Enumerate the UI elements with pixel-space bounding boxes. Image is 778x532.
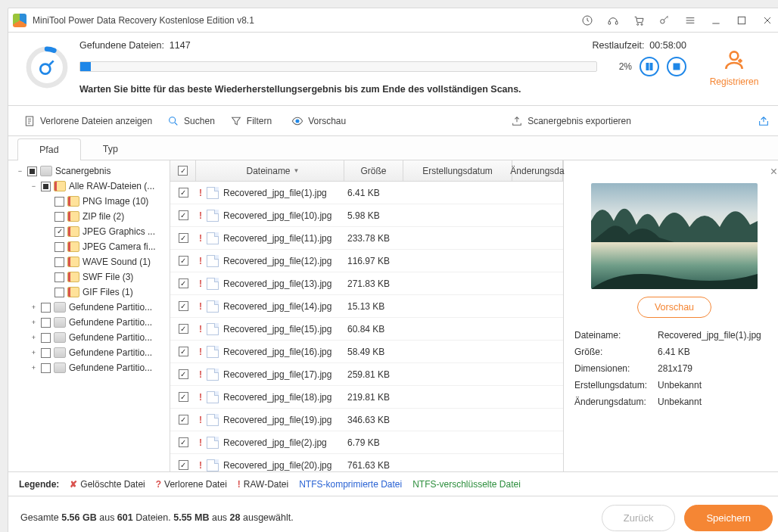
expand-toggle-icon[interactable]: + (30, 349, 38, 357)
close-preview-button[interactable]: × (770, 165, 777, 179)
tree-checkbox[interactable] (54, 212, 64, 222)
column-header-name[interactable]: Dateiname▼ (196, 160, 344, 181)
table-row[interactable]: !Recovered_jpg_file(19).jpg346.63 KB (170, 409, 563, 431)
tree-item[interactable]: +GIF Files (1) (8, 285, 170, 300)
file-size: 6.79 KB (347, 437, 380, 448)
minimize-button[interactable] (703, 8, 729, 33)
tree-item[interactable]: −Alle RAW-Dateien (... (8, 179, 170, 194)
file-size: 5.98 KB (347, 210, 380, 221)
tree-item[interactable]: +Gefundene Partitio... (8, 360, 170, 375)
remaining-label: Restlaufzeit: (593, 40, 645, 51)
expand-toggle-icon[interactable]: − (16, 167, 24, 176)
row-checkbox[interactable] (179, 415, 188, 425)
tree-item[interactable]: −Scanergebnis (8, 163, 170, 179)
tree-checkbox[interactable] (41, 182, 51, 191)
tree-item[interactable]: +SWF File (3) (8, 269, 170, 285)
tab-type[interactable]: Typ (81, 138, 140, 160)
tree-item[interactable]: +Gefundene Partitio... (8, 315, 170, 330)
column-header-modified[interactable]: Änderungsda (512, 160, 563, 181)
table-row[interactable]: !Recovered_jpg_file(18).jpg219.81 KB (170, 386, 563, 409)
export-result-button[interactable]: Scanergebnis exportieren (505, 111, 637, 131)
tree-item[interactable]: +JPEG Graphics ... (8, 224, 170, 239)
titlebar-cart-icon[interactable] (626, 8, 652, 33)
titlebar-update-icon[interactable] (574, 8, 600, 33)
tree-item[interactable]: +Gefundene Partitio... (8, 330, 170, 345)
tree-checkbox[interactable] (41, 303, 51, 313)
tree-checkbox[interactable] (54, 257, 64, 267)
tree-item[interactable]: +Gefundene Partitio... (8, 300, 170, 315)
row-checkbox[interactable] (179, 210, 188, 220)
tree-checkbox[interactable] (41, 363, 51, 373)
column-header-created[interactable]: Erstellungsdatum (403, 160, 512, 181)
row-checkbox[interactable] (179, 256, 188, 266)
table-row[interactable]: !Recovered_jpg_file(11).jpg233.78 KB (170, 227, 563, 250)
pause-scan-button[interactable] (640, 57, 659, 76)
tree-item[interactable]: +JPEG Camera fi... (8, 239, 170, 254)
open-preview-button[interactable]: Vorschau (637, 297, 711, 318)
show-lost-files-button[interactable]: Verlorene Dateien anzeigen (17, 111, 158, 131)
table-row[interactable]: !Recovered_jpg_file(13).jpg271.83 KB (170, 272, 563, 295)
row-checkbox[interactable] (179, 460, 188, 470)
row-checkbox[interactable] (179, 437, 188, 447)
tree-item[interactable]: +PNG Image (10) (8, 194, 170, 209)
tree-checkbox[interactable] (54, 288, 64, 297)
save-button[interactable]: Speichern (684, 505, 773, 531)
register-button[interactable]: Registrieren (697, 48, 771, 87)
table-row[interactable]: !Recovered_jpg_file(17).jpg259.81 KB (170, 363, 563, 386)
meta-modified-label: Änderungsdatum: (574, 397, 658, 407)
table-row[interactable]: !Recovered_jpg_file(16).jpg58.49 KB (170, 341, 563, 363)
tree-checkbox[interactable] (54, 227, 64, 237)
row-checkbox[interactable] (179, 301, 188, 311)
file-size: 346.63 KB (347, 415, 390, 425)
search-button[interactable]: Suchen (161, 111, 221, 131)
close-button[interactable] (755, 8, 778, 33)
tree-item[interactable]: +ZIP file (2) (8, 209, 170, 224)
column-header-select[interactable] (170, 160, 196, 181)
expand-toggle-icon[interactable]: − (30, 182, 38, 191)
table-body[interactable]: !Recovered_jpg_file(1).jpg6.41 KB!Recove… (170, 182, 563, 471)
expand-toggle-icon[interactable]: + (30, 364, 38, 372)
expand-toggle-icon[interactable]: + (30, 334, 38, 342)
row-checkbox[interactable] (179, 278, 188, 288)
tree-checkbox[interactable] (41, 348, 51, 358)
folder-icon (67, 287, 79, 297)
back-button[interactable]: Zurück (602, 505, 676, 531)
row-checkbox[interactable] (179, 392, 188, 402)
raw-marker-icon: ! (198, 256, 204, 266)
table-row[interactable]: !Recovered_jpg_file(15).jpg60.84 KB (170, 318, 563, 341)
row-checkbox[interactable] (179, 233, 188, 243)
share-button[interactable] (752, 111, 776, 131)
row-checkbox[interactable] (179, 188, 188, 198)
table-row[interactable]: !Recovered_jpg_file(10).jpg5.98 KB (170, 204, 563, 227)
table-row[interactable]: !Recovered_jpg_file(1).jpg6.41 KB (170, 182, 563, 204)
titlebar-key-icon[interactable] (652, 8, 677, 33)
titlebar-support-icon[interactable] (600, 8, 626, 33)
row-checkbox[interactable] (179, 324, 188, 334)
svg-rect-10 (646, 63, 649, 70)
column-header-size[interactable]: Größe (344, 160, 403, 181)
row-checkbox[interactable] (179, 347, 188, 356)
tree-item[interactable]: +Gefundene Partitio... (8, 345, 170, 360)
tab-path[interactable]: Pfad (17, 138, 81, 160)
titlebar-menu-icon[interactable] (677, 8, 703, 33)
table-row[interactable]: !Recovered_jpg_file(2).jpg6.79 KB (170, 431, 563, 454)
stop-scan-button[interactable] (667, 57, 686, 76)
tree-checkbox[interactable] (54, 242, 64, 252)
tree-item[interactable]: +WAVE Sound (1) (8, 254, 170, 269)
folder-tree[interactable]: −Scanergebnis−Alle RAW-Dateien (...+PNG … (8, 160, 170, 471)
table-row[interactable]: !Recovered_jpg_file(12).jpg116.97 KB (170, 250, 563, 272)
tree-checkbox[interactable] (54, 197, 64, 207)
row-checkbox[interactable] (179, 369, 188, 379)
table-row[interactable]: !Recovered_jpg_file(14).jpg15.13 KB (170, 295, 563, 318)
maximize-button[interactable] (729, 8, 755, 33)
expand-toggle-icon[interactable]: + (30, 303, 38, 312)
table-row[interactable]: !Recovered_jpg_file(20).jpg761.63 KB (170, 454, 563, 471)
filter-button[interactable]: Filtern (224, 111, 278, 131)
tree-checkbox[interactable] (41, 318, 51, 328)
tree-checkbox[interactable] (54, 272, 64, 282)
tree-checkbox[interactable] (41, 333, 51, 343)
tree-checkbox[interactable] (27, 166, 37, 176)
expand-toggle-icon[interactable]: + (30, 319, 38, 327)
preview-button[interactable]: Vorschau (281, 107, 502, 135)
select-all-checkbox[interactable] (178, 166, 188, 176)
